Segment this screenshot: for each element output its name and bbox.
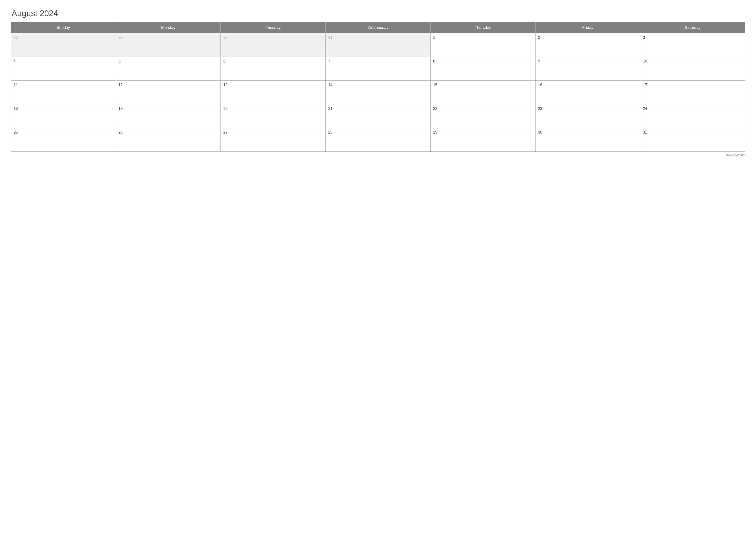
calendar-cell[interactable]: 18 [11, 104, 116, 128]
day-number: 12 [119, 83, 123, 87]
day-number: 15 [433, 83, 438, 87]
calendar-cell[interactable]: 21 [326, 104, 431, 128]
day-number: 19 [119, 106, 123, 111]
calendar-cell[interactable]: 10 [640, 57, 745, 81]
calendar-cell[interactable]: 23 [535, 104, 640, 128]
day-number: 26 [119, 130, 123, 135]
day-number: 18 [14, 106, 18, 111]
day-number: 30 [223, 35, 228, 39]
day-number: 9 [538, 59, 540, 63]
day-number: 30 [538, 130, 542, 135]
calendar-cell[interactable]: 15 [430, 81, 535, 104]
calendar-cell[interactable]: 12 [116, 81, 221, 104]
day-number: 31 [643, 130, 647, 135]
calendar-cell[interactable]: 22 [430, 104, 535, 128]
calendar-cell[interactable]: 14 [326, 81, 431, 104]
calendar-cell[interactable]: 3 [640, 33, 745, 57]
calendar-cell[interactable]: 27 [221, 128, 326, 152]
day-number: 10 [643, 59, 647, 63]
day-number: 29 [433, 130, 438, 135]
calendar-cell[interactable]: 11 [11, 81, 116, 104]
day-header-friday: Friday [535, 22, 640, 33]
week-row-2: 45678910 [11, 57, 745, 81]
day-number: 27 [223, 130, 228, 135]
calendar-cell[interactable]: 6 [221, 57, 326, 81]
calendar-cell[interactable]: 16 [535, 81, 640, 104]
day-number: 1 [433, 35, 435, 39]
calendar-cell[interactable]: 9 [535, 57, 640, 81]
day-number: 14 [328, 83, 333, 87]
day-number: 11 [14, 83, 18, 87]
day-header-sunday: Sunday [11, 22, 116, 33]
day-number: 21 [328, 106, 333, 111]
day-number: 13 [223, 83, 228, 87]
day-number: 3 [643, 35, 645, 39]
day-number: 31 [328, 35, 333, 39]
calendar-title: August 2024 [11, 9, 745, 18]
calendar-cell[interactable]: 30 [535, 128, 640, 152]
calendar-cell[interactable]: 25 [11, 128, 116, 152]
day-number: 29 [119, 35, 123, 39]
day-number: 17 [643, 83, 647, 87]
day-number: 4 [14, 59, 16, 63]
calendar-cell[interactable]: 4 [11, 57, 116, 81]
calendar-cell[interactable]: 30 [221, 33, 326, 57]
day-header-monday: Monday [116, 22, 221, 33]
calendar-cell[interactable]: 17 [640, 81, 745, 104]
week-row-5: 25262728293031 [11, 128, 745, 152]
day-number: 24 [643, 106, 647, 111]
week-row-3: 11121314151617 [11, 81, 745, 104]
day-header-wednesday: Wednesday [326, 22, 431, 33]
calendar-cell[interactable]: 31 [640, 128, 745, 152]
calendar-cell[interactable]: 29 [116, 33, 221, 57]
day-number: 16 [538, 83, 542, 87]
day-number: 25 [14, 130, 18, 135]
calendar-cell[interactable]: 5 [116, 57, 221, 81]
calendar-cell[interactable]: 28 [11, 33, 116, 57]
calendar-table: SundayMondayTuesdayWednesdayThursdayFrid… [11, 22, 745, 152]
calendar-cell[interactable]: 31 [326, 33, 431, 57]
day-number: 8 [433, 59, 435, 63]
day-number: 2 [538, 35, 540, 39]
day-number: 28 [14, 35, 18, 39]
week-row-1: 28293031123 [11, 33, 745, 57]
calendar-cell[interactable]: 28 [326, 128, 431, 152]
calendar-cell[interactable]: 24 [640, 104, 745, 128]
calendar-cell[interactable]: 8 [430, 57, 535, 81]
days-of-week-row: SundayMondayTuesdayWednesdayThursdayFrid… [11, 22, 745, 33]
calendar-cell[interactable]: 13 [221, 81, 326, 104]
day-number: 20 [223, 106, 228, 111]
day-header-tuesday: Tuesday [221, 22, 326, 33]
calendar-cell[interactable]: 20 [221, 104, 326, 128]
day-number: 22 [433, 106, 438, 111]
calendar-footer: iCalendars.net [11, 153, 745, 157]
calendar-cell[interactable]: 7 [326, 57, 431, 81]
day-number: 5 [119, 59, 121, 63]
week-row-4: 18192021222324 [11, 104, 745, 128]
calendar-cell[interactable]: 19 [116, 104, 221, 128]
calendar-cell[interactable]: 29 [430, 128, 535, 152]
calendar-cell[interactable]: 2 [535, 33, 640, 57]
day-number: 6 [223, 59, 226, 63]
day-number: 23 [538, 106, 542, 111]
day-header-saturday: Saturday [640, 22, 745, 33]
day-number: 7 [328, 59, 330, 63]
day-header-thursday: Thursday [430, 22, 535, 33]
calendar-cell[interactable]: 26 [116, 128, 221, 152]
day-number: 28 [328, 130, 333, 135]
calendar-cell[interactable]: 1 [430, 33, 535, 57]
